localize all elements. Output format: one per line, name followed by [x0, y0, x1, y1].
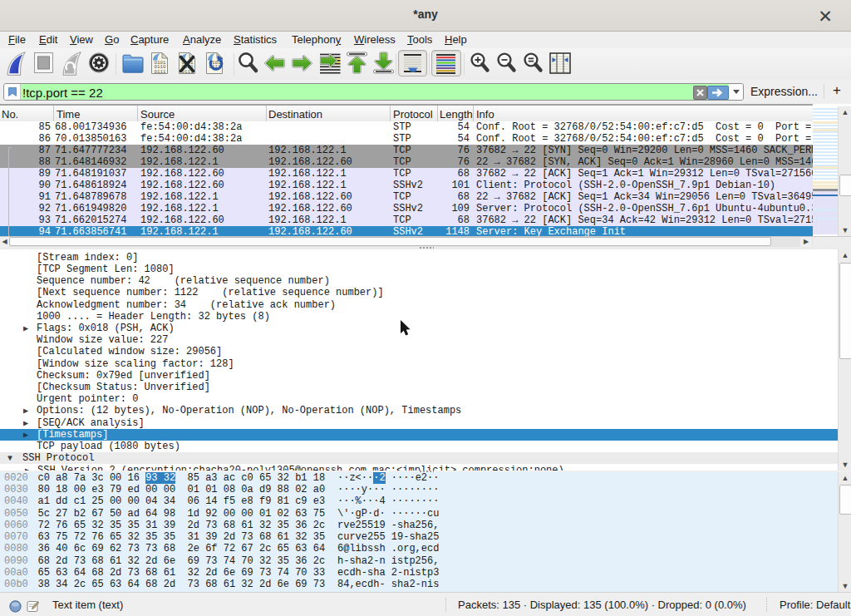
svg-text:0111: 0111	[155, 69, 166, 75]
